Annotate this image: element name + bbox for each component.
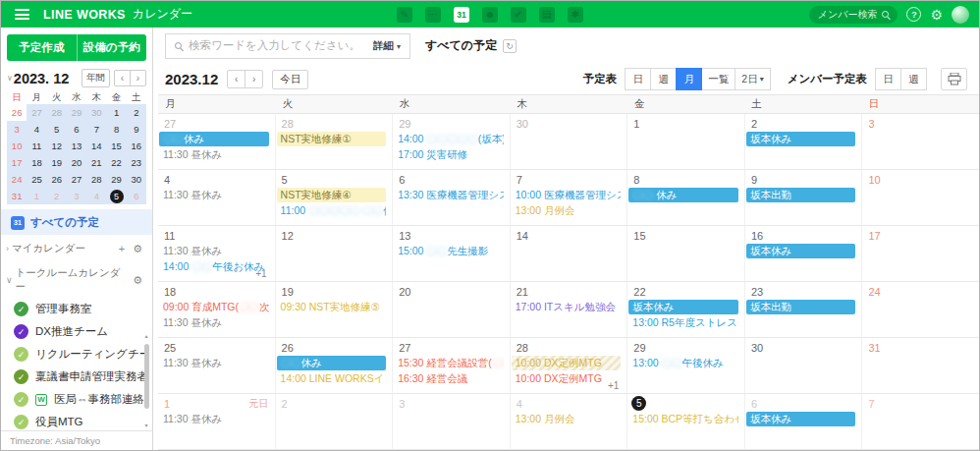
user-avatar[interactable]	[952, 6, 969, 24]
today-button[interactable]: 今日	[272, 70, 308, 89]
hamburger-menu-icon[interactable]	[15, 9, 29, 20]
calendar-event[interactable]: 17:00 ITスキル勉強会	[512, 300, 622, 314]
mini-day[interactable]: 14	[86, 138, 106, 154]
notes-icon[interactable]: ✎	[397, 7, 412, 23]
mini-day[interactable]: 3	[7, 121, 27, 138]
day-cell[interactable]: 24	[862, 282, 979, 338]
day-cell[interactable]: 26〇〇休み14:00 LINE WORKSインタビ	[276, 338, 394, 394]
mini-day[interactable]: 20	[67, 154, 86, 171]
mini-day[interactable]: 10	[7, 138, 27, 154]
member-view-tab-週[interactable]: 週	[900, 68, 927, 90]
view-tab-一覧[interactable]: 一覧	[701, 68, 735, 90]
mini-day[interactable]: 24	[7, 171, 27, 188]
calendar-event[interactable]: 10:00 DX定例MTG	[512, 371, 622, 386]
scroll-up-icon[interactable]: ▴	[144, 332, 147, 339]
day-cell[interactable]: 2	[276, 394, 394, 450]
day-cell[interactable]: 6坂本休み	[745, 394, 863, 450]
day-cell[interactable]: 3	[862, 114, 979, 170]
year-view-button[interactable]: 年間	[82, 69, 110, 87]
day-cell[interactable]: 1909:30 NST実地修練⑤	[276, 282, 394, 338]
calendar-event[interactable]: 09:30 NST実地修練⑤	[277, 300, 387, 314]
talkroom-calendar-section[interactable]: ∨ トークルームカレンダー ⚙	[1, 259, 152, 298]
mini-day[interactable]: 27	[27, 104, 46, 121]
mini-day[interactable]: 30	[127, 171, 146, 188]
calendar-event[interactable]: 17:00 災害研修	[394, 147, 504, 162]
mini-day[interactable]: 4	[27, 121, 46, 138]
calendar-app-icon[interactable]: 31	[454, 7, 469, 23]
day-cell[interactable]: 12	[276, 226, 394, 282]
mini-day[interactable]: 2	[127, 104, 146, 121]
board-icon[interactable]: ▤	[539, 7, 555, 23]
day-cell[interactable]: 2117:00 ITスキル勉強会	[511, 282, 628, 338]
mini-day[interactable]: 6	[67, 121, 86, 138]
day-cell[interactable]: 5NST実地修練④11:00 〇〇〇〇〇 〇〇修	[276, 170, 394, 226]
mini-day[interactable]: 11	[27, 138, 46, 154]
calendar-event[interactable]: 〇〇休み	[277, 356, 387, 370]
sidebar-item-all-events[interactable]: 31 すべての予定	[1, 209, 152, 235]
day-cell[interactable]: 2511:30 昼休み	[158, 338, 276, 394]
day-cell[interactable]: 30	[511, 114, 628, 170]
calendar-event[interactable]: 11:30 昼休み	[159, 147, 269, 162]
view-tab-週[interactable]: 週	[650, 68, 677, 90]
mini-day[interactable]: 22	[106, 154, 126, 171]
mini-day[interactable]: 7	[86, 121, 106, 138]
mini-day[interactable]: 1	[106, 104, 126, 121]
calendar-event[interactable]: 坂本休み	[746, 132, 856, 146]
mini-day[interactable]: 23	[127, 154, 146, 171]
day-cell[interactable]: 2914:00 〇〇〇〇〇(坂本)17:00 災害研修	[393, 114, 511, 170]
calendar-list-item[interactable]: ✓役員MTG	[1, 411, 152, 430]
calendar-event[interactable]: 15:30 経営会議設営(〇〇次長	[394, 356, 504, 370]
mini-day[interactable]: 28	[86, 171, 106, 188]
day-cell[interactable]: 411:30 昼休み	[158, 170, 276, 226]
calendar-event[interactable]: 15:00 BCP等打ち合わせ	[628, 412, 738, 426]
facility-reserve-button[interactable]: 設備の予約	[78, 34, 147, 61]
calendar-event[interactable]: 〇〇 休み	[628, 188, 738, 202]
day-cell[interactable]: 710:00 医療機器管理システム13:00 月例会	[511, 170, 628, 226]
event-search-input[interactable]: 検索ワードを入力してください。 詳細 ▾	[165, 33, 410, 59]
day-cell[interactable]: 28NST実地修練①	[276, 114, 394, 170]
calendar-event[interactable]: 11:30 昼休み	[159, 315, 269, 330]
scrollbar-thumb[interactable]	[144, 344, 149, 409]
mini-day[interactable]: 18	[27, 154, 46, 171]
sidebar-scrollbar[interactable]: ▴ ▾	[141, 332, 151, 428]
calendar-event[interactable]: 14:00 〇〇午後お休み	[159, 259, 269, 274]
day-cell[interactable]: 9坂本出勤	[745, 170, 863, 226]
mini-day[interactable]: 5	[47, 121, 67, 138]
calendar-event[interactable]: 16:30 経営会議	[394, 371, 504, 386]
day-cell[interactable]: 20	[393, 282, 511, 338]
member-view-tab-日[interactable]: 日	[875, 68, 901, 90]
calendar-event[interactable]: 14:00 LINE WORKSインタビ	[277, 371, 387, 386]
mini-next-button[interactable]: ›	[130, 70, 146, 86]
calendar-event[interactable]: NST実地修練①	[277, 132, 387, 146]
mini-day[interactable]: 1	[27, 188, 46, 204]
calendar-list-item[interactable]: ✓リクルーティングチーム	[1, 343, 152, 366]
help-icon[interactable]: ?	[906, 7, 921, 22]
print-button[interactable]	[941, 68, 967, 90]
day-cell[interactable]: 1315:00 〇〇先生撮影	[393, 226, 511, 282]
mini-day[interactable]: 15	[106, 138, 126, 154]
mini-day[interactable]: 5	[106, 188, 126, 204]
day-cell[interactable]: 23坂本出勤	[745, 282, 863, 338]
calendar-event[interactable]: 11:30 昼休み	[159, 356, 269, 370]
my-calendar-section[interactable]: › マイカレンダー + ⚙	[1, 235, 152, 259]
calendar-event[interactable]: 11:30 昼休み	[159, 244, 269, 258]
calendar-event[interactable]: 13:00 月例会	[512, 203, 622, 218]
calendar-event[interactable]: 坂本出勤	[746, 188, 856, 202]
view-tab-月[interactable]: 月	[676, 68, 702, 90]
day-cell[interactable]: 15	[627, 226, 745, 282]
calendar-list-item[interactable]: ✓稟議書申請管理実務者…	[1, 366, 152, 388]
mini-day[interactable]: 28	[47, 104, 67, 121]
scroll-down-icon[interactable]: ▾	[144, 422, 147, 428]
calendar-event[interactable]: 13:30 医療機器管理システム	[394, 188, 504, 202]
mini-day[interactable]: 6	[127, 188, 146, 204]
refresh-icon[interactable]: ↻	[503, 39, 517, 53]
contacts-icon[interactable]: ☻	[482, 7, 498, 23]
calendar-event[interactable]: 11:30 昼休み	[159, 188, 269, 202]
prev-month-button[interactable]: ‹	[227, 70, 245, 88]
mini-day[interactable]: 25	[27, 171, 46, 188]
mini-day[interactable]: 16	[127, 138, 146, 154]
calendar-list-item[interactable]: ✓W医局⇔事務部連絡用	[1, 388, 152, 411]
calendar-event[interactable]: 坂本休み	[746, 412, 856, 426]
calendar-event[interactable]: 坂本休み	[628, 300, 738, 314]
mini-day[interactable]: 3	[67, 188, 86, 204]
